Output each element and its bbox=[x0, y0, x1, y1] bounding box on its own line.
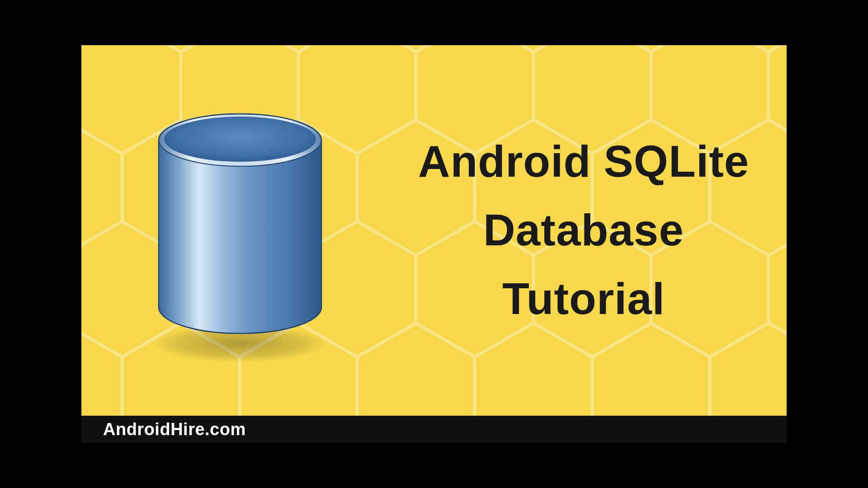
database-icon bbox=[132, 90, 349, 371]
site-name: AndroidHire.com bbox=[103, 420, 246, 439]
title-line-3: Tutorial bbox=[502, 274, 665, 324]
banner-content: Android SQLite Database Tutorial bbox=[81, 45, 787, 416]
title-line-2: Database bbox=[483, 205, 684, 255]
database-icon-container bbox=[81, 45, 399, 416]
banner-footer: AndroidHire.com bbox=[81, 416, 787, 443]
title-line-1: Android SQLite bbox=[418, 136, 750, 186]
banner-title: Android SQLite Database Tutorial bbox=[418, 127, 750, 333]
tutorial-banner: Android SQLite Database Tutorial Android… bbox=[81, 45, 787, 443]
svg-point-6 bbox=[164, 117, 316, 162]
title-container: Android SQLite Database Tutorial bbox=[399, 127, 787, 333]
